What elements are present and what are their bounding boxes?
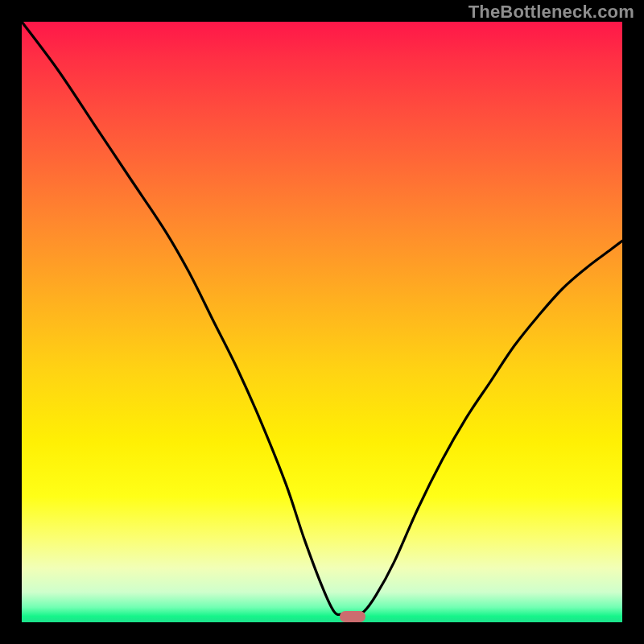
attribution-text: TheBottleneck.com xyxy=(469,2,634,23)
chart-container: TheBottleneck.com xyxy=(0,0,644,644)
curve-path xyxy=(22,22,622,615)
plot-area xyxy=(22,22,622,622)
bottleneck-curve xyxy=(22,22,622,622)
optimal-marker xyxy=(340,611,365,622)
